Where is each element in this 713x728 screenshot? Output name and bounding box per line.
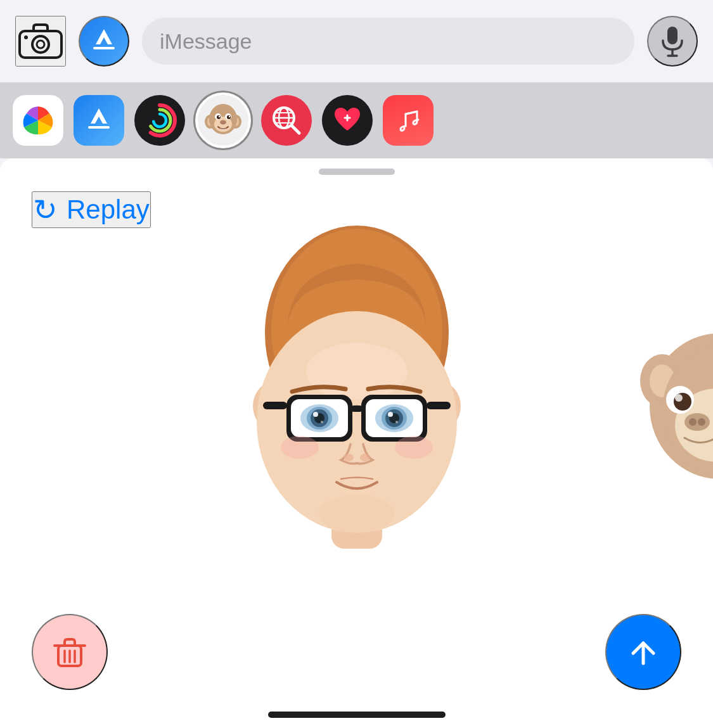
send-icon [626,634,661,670]
svg-point-22 [219,116,220,117]
app-icon-heartapp[interactable] [322,95,373,146]
svg-point-11 [153,114,166,127]
app-store-button[interactable] [79,16,129,67]
svg-rect-5 [667,27,678,44]
app-store-icon [88,25,120,57]
svg-point-66 [388,412,393,417]
monkey-icon [204,101,242,139]
send-button[interactable] [605,614,681,690]
memoji-area [0,175,713,601]
svg-point-80 [675,394,683,402]
svg-point-68 [344,454,354,461]
worldsearch-icon [270,104,303,137]
svg-rect-53 [352,406,362,412]
monkey-peek-svg [605,317,713,495]
home-indicator [268,712,446,718]
svg-point-61 [321,421,323,423]
camera-button[interactable] [15,16,66,67]
svg-point-69 [360,454,370,461]
photos-icon [19,101,57,139]
memoji-face-svg [224,219,490,555]
svg-point-72 [319,495,395,533]
svg-point-83 [698,418,705,426]
svg-rect-54 [263,402,287,409]
app-icon-worldsearch[interactable] [261,95,312,146]
svg-point-24 [220,120,226,125]
top-toolbar: iMessage [0,0,713,82]
app-icon-music[interactable] [383,95,434,146]
svg-point-20 [217,115,221,119]
activity-icon [141,102,178,139]
svg-point-21 [227,115,231,119]
memoji-character [224,219,490,558]
svg-point-82 [689,418,697,426]
heartapp-icon [331,104,364,137]
svg-point-67 [395,421,398,423]
trash-icon [52,634,87,670]
imessage-placeholder: iMessage [160,29,252,54]
svg-point-71 [395,436,433,459]
svg-point-60 [313,412,318,417]
camera-icon [18,22,63,60]
svg-point-2 [37,41,44,48]
svg-point-23 [229,116,230,117]
app-icon-monkey[interactable] [195,93,251,148]
music-icon [393,104,423,137]
app-icon-activity[interactable] [134,95,185,146]
mic-button[interactable] [647,16,698,67]
svg-line-30 [292,125,299,133]
imessage-input[interactable]: iMessage [142,18,634,65]
svg-point-81 [684,413,710,431]
mic-icon [660,25,684,57]
app-icon-photos[interactable] [13,95,63,146]
svg-point-3 [24,35,28,39]
svg-point-70 [281,436,319,459]
app-icon-appstore2[interactable] [74,95,124,146]
svg-point-1 [32,36,49,53]
monkey-peek [605,317,713,495]
app-icons-row [0,82,713,158]
memoji-panel: ↻ Replay [0,158,713,728]
appstore2-icon [83,105,115,136]
bottom-actions [0,601,713,728]
svg-rect-55 [427,402,451,409]
delete-button[interactable] [32,614,108,690]
svg-point-41 [306,343,408,400]
drag-handle[interactable] [319,169,395,175]
